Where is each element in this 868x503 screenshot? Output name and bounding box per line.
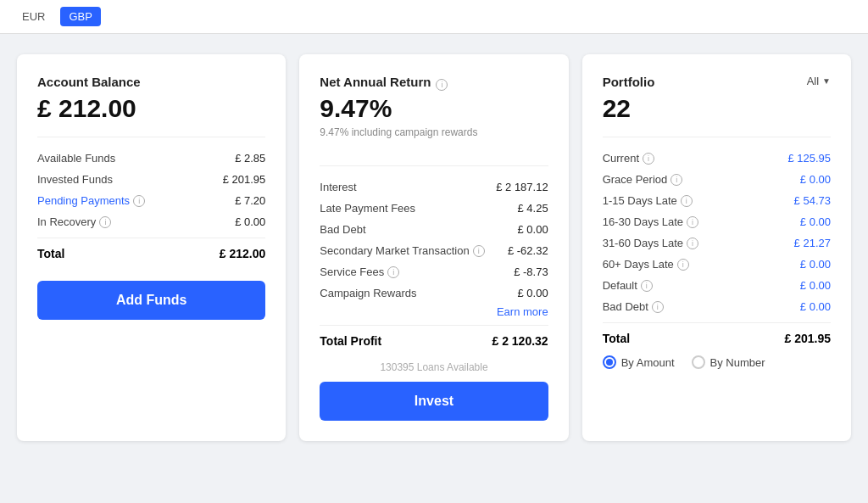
invested-funds-label: Invested Funds: [37, 173, 113, 186]
portfolio-bad-debt-row: Bad Debt i £ 0.00: [603, 296, 831, 317]
portfolio-total-value: £ 201.95: [784, 332, 831, 345]
portfolio-bad-debt-info-icon[interactable]: i: [652, 301, 664, 313]
in-recovery-row: In Recovery i £ 0.00: [37, 211, 265, 232]
net-annual-return-card: Net Annual Return i 9.47% 9.47% includin…: [299, 54, 568, 441]
late-payment-fees-label: Late Payment Fees: [320, 202, 415, 215]
service-fees-info-icon[interactable]: i: [387, 266, 399, 278]
campaign-rewards-value: £ 0.00: [518, 287, 548, 299]
net-annual-return-value: 9.47%: [320, 94, 548, 123]
pending-payments-row: Pending Payments i £ 7.20: [37, 190, 265, 211]
net-annual-return-info-icon[interactable]: i: [436, 79, 448, 91]
net-annual-return-subtitle: 9.47% including campaign rewards: [320, 126, 548, 138]
31-60-days-late-value: £ 21.27: [794, 237, 831, 249]
by-number-label: By Number: [710, 356, 765, 369]
in-recovery-label: In Recovery i: [37, 215, 111, 228]
portfolio-dropdown[interactable]: All ▼: [807, 75, 831, 87]
campaign-rewards-label: Campaign Rewards: [320, 287, 416, 299]
earn-more-link[interactable]: Earn more: [497, 305, 548, 318]
late-payment-fees-value: £ 4.25: [518, 202, 548, 215]
31-60-days-late-label: 31-60 Days Late i: [603, 237, 698, 249]
available-funds-value: £ 2.85: [235, 152, 265, 165]
by-amount-radio-circle: [603, 355, 616, 369]
pending-payments-link[interactable]: Pending Payments i: [37, 194, 145, 207]
add-funds-button[interactable]: Add Funds: [37, 281, 265, 320]
interest-value: £ 2 187.12: [496, 181, 548, 193]
by-amount-label: By Amount: [621, 356, 675, 369]
default-label: Default i: [603, 279, 653, 292]
by-number-radio-circle: [692, 355, 705, 369]
in-recovery-value: £ 0.00: [235, 215, 265, 228]
total-profit-value: £ 2 120.32: [492, 334, 548, 348]
16-30-days-late-label: 16-30 Days Late i: [603, 215, 698, 228]
60-plus-days-late-value: £ 0.00: [800, 258, 831, 271]
by-amount-radio[interactable]: By Amount: [603, 355, 675, 369]
total-profit-label: Total Profit: [320, 334, 381, 348]
bad-debt-value: £ 0.00: [518, 223, 548, 236]
bad-debt-label: Bad Debt: [320, 223, 365, 236]
1-15-info-icon[interactable]: i: [681, 195, 693, 207]
account-total-value: £ 212.00: [220, 247, 266, 260]
interest-row: Interest £ 2 187.12: [320, 176, 548, 198]
account-balance-value: £ 212.00: [37, 94, 265, 123]
service-fees-row: Service Fees i £ -8.73: [320, 261, 548, 282]
service-fees-label: Service Fees i: [320, 265, 399, 278]
account-balance-card: Account Balance £ 212.00 Available Funds…: [17, 54, 286, 441]
account-total-row: Total £ 212.00: [37, 238, 265, 260]
interest-label: Interest: [320, 181, 356, 193]
account-balance-title: Account Balance: [37, 75, 265, 89]
default-info-icon[interactable]: i: [641, 280, 653, 292]
portfolio-card: Portfolio All ▼ 22 Current i £ 125.95 Gr…: [582, 54, 851, 441]
current-label: Current i: [603, 152, 654, 165]
secondary-market-label: Secondary Market Transaction i: [320, 244, 484, 257]
invested-funds-row: Invested Funds £ 201.95: [37, 169, 265, 190]
invested-funds-value: £ 201.95: [223, 173, 266, 186]
late-payment-fees-row: Late Payment Fees £ 4.25: [320, 198, 548, 219]
invest-button[interactable]: Invest: [320, 382, 548, 421]
available-funds-row: Available Funds £ 2.85: [37, 148, 265, 169]
16-30-info-icon[interactable]: i: [687, 216, 698, 228]
chevron-down-icon: ▼: [822, 76, 831, 86]
by-number-radio[interactable]: By Number: [692, 355, 765, 369]
current-info-icon[interactable]: i: [643, 153, 654, 165]
available-funds-label: Available Funds: [37, 152, 115, 165]
portfolio-value: 22: [603, 94, 831, 123]
grace-period-row: Grace Period i £ 0.00: [603, 169, 831, 190]
1-15-days-late-row: 1-15 Days Late i £ 54.73: [603, 190, 831, 211]
eur-button[interactable]: EUR: [14, 7, 53, 26]
portfolio-total-row: Total £ 201.95: [603, 322, 831, 345]
60-plus-info-icon[interactable]: i: [677, 259, 689, 271]
top-bar: EUR GBP: [0, 0, 868, 34]
portfolio-total-label: Total: [603, 332, 630, 345]
grace-period-info-icon[interactable]: i: [670, 174, 682, 186]
radio-group: By Amount By Number: [603, 355, 831, 369]
portfolio-title: Portfolio: [603, 75, 655, 89]
default-value: £ 0.00: [800, 279, 831, 292]
net-annual-return-title: Net Annual Return: [320, 75, 431, 89]
secondary-market-info-icon[interactable]: i: [473, 245, 485, 257]
earn-more-row: Earn more: [320, 304, 548, 320]
grace-period-label: Grace Period i: [603, 173, 683, 186]
pending-payments-value: £ 7.20: [235, 194, 265, 207]
service-fees-value: £ -8.73: [514, 265, 548, 278]
current-row: Current i £ 125.95: [603, 148, 831, 169]
60-plus-days-late-label: 60+ Days Late i: [603, 258, 689, 271]
portfolio-header: Portfolio All ▼: [603, 75, 831, 94]
pending-payments-info-icon[interactable]: i: [133, 195, 145, 207]
16-30-days-late-row: 16-30 Days Late i £ 0.00: [603, 211, 831, 232]
main-content: Account Balance £ 212.00 Available Funds…: [0, 34, 868, 461]
bad-debt-row: Bad Debt £ 0.00: [320, 219, 548, 240]
current-value: £ 125.95: [787, 152, 831, 165]
portfolio-bad-debt-value: £ 0.00: [800, 300, 831, 313]
16-30-days-late-value: £ 0.00: [800, 215, 831, 228]
gbp-button[interactable]: GBP: [60, 7, 100, 26]
grace-period-value: £ 0.00: [800, 173, 831, 186]
31-60-info-icon[interactable]: i: [687, 238, 698, 249]
default-row: Default i £ 0.00: [603, 275, 831, 296]
60-plus-days-late-row: 60+ Days Late i £ 0.00: [603, 254, 831, 275]
loans-available: 130395 Loans Available: [320, 361, 548, 373]
account-total-label: Total: [37, 247, 64, 260]
campaign-rewards-row: Campaign Rewards £ 0.00: [320, 282, 548, 304]
secondary-market-value: £ -62.32: [508, 244, 548, 257]
total-profit-row: Total Profit £ 2 120.32: [320, 325, 548, 348]
in-recovery-info-icon[interactable]: i: [99, 216, 111, 228]
